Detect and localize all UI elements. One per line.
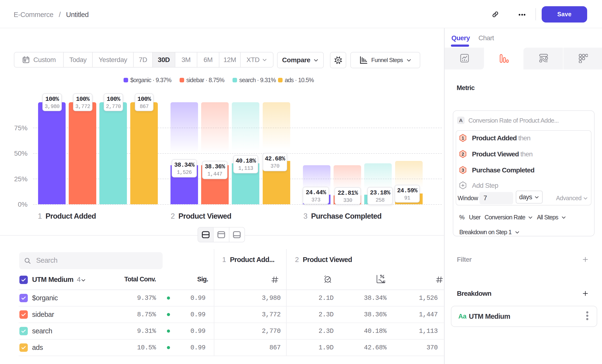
svg-text:2: 2: [462, 152, 464, 157]
svg-text:3: 3: [462, 168, 464, 173]
svg-text:1: 1: [462, 136, 464, 140]
